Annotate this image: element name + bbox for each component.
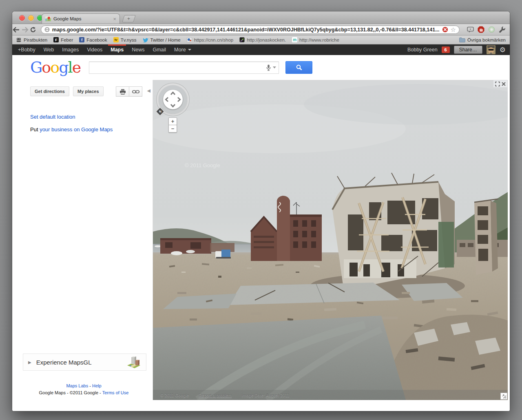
report-problem-link[interactable]: Report a problem — [199, 393, 232, 398]
user-name[interactable]: Bobby Green — [407, 47, 438, 53]
nav-label: More — [174, 47, 186, 53]
close-window-button[interactable] — [19, 15, 25, 21]
folder-icon — [459, 38, 465, 42]
wrench-icon[interactable] — [499, 26, 506, 33]
reload-button[interactable] — [29, 26, 38, 34]
bookmark-jonaskocken[interactable]: http://jonaskocken. — [239, 37, 286, 42]
business-link[interactable]: your business on Google Maps — [40, 126, 113, 133]
url-text[interactable]: maps.google.com/?ie=UTF8&t=h&vpsrc=0&lay… — [52, 27, 440, 33]
zoom-in-button[interactable]: + — [168, 117, 177, 125]
microphone-icon[interactable] — [266, 64, 271, 71]
bookmark-label: Tv.nyss — [121, 38, 137, 42]
nav-label: +Bobby — [18, 47, 35, 53]
print-button[interactable] — [116, 86, 129, 97]
avatar[interactable] — [487, 45, 495, 54]
nav-item-gmail[interactable]: Gmail — [148, 44, 170, 55]
browser-tab[interactable]: Google Maps × — [42, 13, 120, 24]
sidebar-footer-copyright: Google Maps - ©2011 Google - Terms of Us… — [15, 390, 153, 395]
nav-item-plus-bobby[interactable]: +Bobby — [14, 44, 40, 55]
fullscreen-icon[interactable] — [495, 82, 500, 86]
share-button[interactable]: Share… — [454, 46, 482, 54]
nav-item-news[interactable]: News — [128, 44, 148, 55]
collapse-panel-icon[interactable]: ◀ — [147, 88, 150, 93]
bookmark-piratbukten[interactable]: Piratbukten — [16, 38, 47, 42]
street-view-photo[interactable]: © 2011 Google — [153, 80, 508, 400]
street-view-pane[interactable]: © 2011 Google — [153, 80, 508, 400]
bookmarks-bar: Piratbukten F Feber f Facebook tv Tv.nys… — [12, 35, 510, 44]
disabled-extension-icon[interactable] — [488, 26, 495, 33]
facebook-icon: f — [79, 37, 84, 42]
extension-icons — [463, 26, 510, 33]
bookmark-twitter[interactable]: Twitter / Home — [143, 38, 181, 42]
content-area: Get directions My places — [12, 80, 510, 400]
feber-icon: F — [53, 37, 59, 42]
mic-dropdown-icon[interactable] — [273, 66, 276, 69]
bookmark-facebook[interactable]: f Facebook — [79, 37, 107, 42]
nav-label: Web — [44, 47, 54, 53]
new-tab-button[interactable]: + — [122, 15, 136, 22]
terms-of-use-link[interactable]: Terms of Use — [102, 390, 129, 395]
forward-button[interactable] — [21, 26, 29, 34]
bookmark-label: Feber — [61, 38, 73, 42]
resize-handle[interactable] — [500, 393, 507, 400]
image-date-label: Image Date: August 2011 — [241, 393, 290, 398]
minimize-window-button[interactable] — [28, 15, 34, 21]
bookmark-robriche[interactable]: m http://www.robriche — [292, 37, 339, 42]
nav-label: Videos — [87, 47, 102, 53]
tv-icon: tv — [113, 37, 119, 42]
bookmark-star-icon[interactable]: ☆ — [451, 27, 456, 33]
address-bar[interactable]: maps.google.com/?ie=UTF8&t=h&vpsrc=0&lay… — [41, 25, 460, 34]
pan-disc[interactable] — [163, 90, 183, 109]
maps-labs-link[interactable]: Maps Labs — [66, 383, 88, 388]
notes-bubble-icon[interactable] — [467, 27, 474, 33]
bookmark-cnn-shop[interactable]: https://cnn.cn/shop — [187, 37, 234, 42]
mapsgl-promo[interactable]: ▶ Experience MapsGL — [23, 354, 146, 371]
ship-icon — [16, 38, 22, 42]
close-icon[interactable] — [502, 82, 506, 86]
blocked-plugin-icon[interactable] — [442, 27, 448, 33]
window-controls — [19, 15, 43, 21]
nav-item-more[interactable]: More — [170, 44, 195, 55]
search-input[interactable] — [89, 62, 279, 74]
adblock-icon[interactable] — [478, 26, 484, 33]
robriche-icon: m — [292, 37, 297, 42]
nav-item-images[interactable]: Images — [58, 44, 83, 55]
browser-toolbar: maps.google.com/?ie=UTF8&t=h&vpsrc=0&lay… — [12, 24, 510, 35]
bookmark-label: http://jonaskocken. — [247, 38, 286, 42]
page-header: Google — [12, 55, 510, 80]
back-arrow-icon — [13, 27, 20, 33]
other-bookmarks-button[interactable]: Övriga bokmärken — [459, 38, 506, 42]
help-link[interactable]: Help — [92, 383, 102, 388]
other-bookmarks-label: Övriga bokmärken — [467, 38, 506, 42]
link-button[interactable] — [129, 86, 142, 97]
title-bar[interactable]: Google Maps × + — [12, 11, 510, 24]
nav-label: Maps — [111, 47, 124, 53]
desktop-background: Google Maps × + — [0, 0, 522, 420]
notification-badge[interactable]: 6 — [442, 46, 450, 53]
reload-icon — [30, 27, 36, 33]
pan-arrows-icon — [163, 90, 183, 109]
bookmark-label: http://www.robriche — [299, 38, 339, 42]
bookmark-feber[interactable]: F Feber — [53, 37, 73, 42]
pane-corner-controls — [493, 80, 507, 87]
my-places-button[interactable]: My places — [73, 86, 104, 96]
expand-arrow-icon[interactable]: ▶ — [28, 360, 31, 365]
new-tab-plus-icon: + — [127, 16, 130, 22]
chevron-down-icon — [188, 49, 191, 51]
map-attribution: © 2011 Google Report a problem Image Dat… — [160, 393, 290, 398]
google-maps-favicon — [45, 16, 51, 22]
back-button[interactable] — [12, 26, 21, 34]
sidebar: Get directions My places — [15, 80, 153, 400]
gear-icon[interactable]: ⚙ — [500, 46, 506, 53]
tab-close-icon[interactable]: × — [113, 16, 116, 22]
bookmark-tvnyss[interactable]: tv Tv.nyss — [113, 37, 137, 42]
nav-item-videos[interactable]: Videos — [83, 44, 106, 55]
get-directions-button[interactable]: Get directions — [30, 86, 69, 96]
set-default-location-link[interactable]: Set default location — [30, 114, 75, 120]
search-button[interactable] — [285, 61, 312, 74]
nav-item-web[interactable]: Web — [40, 44, 58, 55]
nav-item-maps[interactable]: Maps — [106, 44, 128, 55]
forward-arrow-icon — [21, 27, 29, 33]
zoom-out-button[interactable]: − — [168, 125, 177, 133]
pan-control[interactable]: N — [159, 85, 187, 114]
